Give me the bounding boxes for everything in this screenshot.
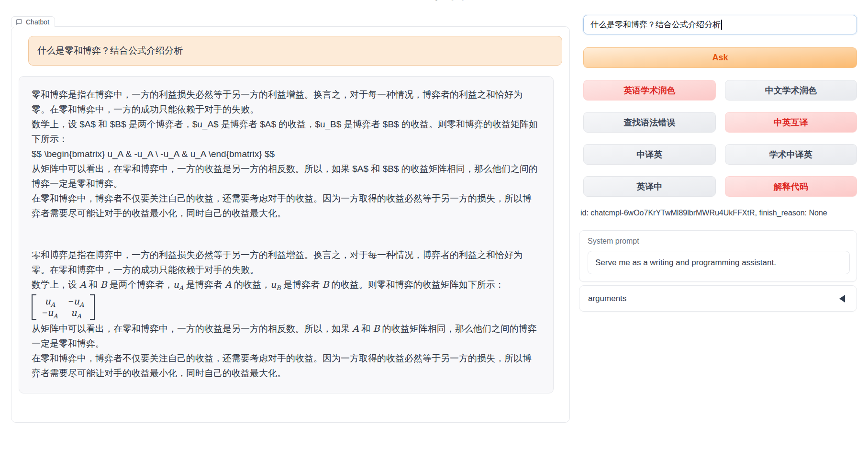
system-prompt-label: System prompt [588, 237, 850, 246]
ask-button[interactable]: Ask [583, 47, 857, 68]
chatbot-label-text: Chatbot [26, 18, 49, 26]
quick-button[interactable]: 中文学术润色 [725, 80, 857, 101]
inline-math: B [322, 279, 329, 290]
matrix-cell: uA [42, 296, 58, 307]
inline-math: uB [270, 279, 281, 290]
system-prompt-value: Serve me as a writing and programming as… [595, 258, 776, 268]
user-message-bubble: 什么是零和博弈？结合公式介绍分析 [28, 36, 562, 66]
page-title: ChatGPT 学术优化 [366, 0, 489, 3]
arguments-accordion[interactable]: arguments [579, 285, 857, 312]
quick-button[interactable]: 解释代码 [725, 176, 857, 197]
quick-button[interactable]: 中英互译 [725, 112, 857, 133]
arguments-accordion-label: arguments [588, 294, 626, 303]
status-line: id: chatcmpl-6wOo7KrYTwMl89lbrMWRu4UkFFX… [580, 209, 857, 218]
quick-buttons-grid: 英语学术润色中文学术润色查找语法错误中英互译中译英学术中译英英译中解释代码 [583, 80, 857, 197]
text-cursor [721, 20, 722, 30]
user-message-text: 什么是零和博弈？结合公式介绍分析 [37, 45, 183, 57]
inline-math: A [79, 279, 86, 290]
inline-math: B [100, 279, 107, 290]
chatbot-label: Chatbot [11, 16, 55, 27]
matrix-cell: −uA [42, 307, 58, 318]
quick-button[interactable]: 英语学术润色 [583, 80, 716, 101]
question-input-value: 什么是零和博弈？结合公式介绍分析 [590, 19, 721, 30]
system-prompt-box: System prompt Serve me as a writing and … [579, 230, 857, 282]
bot-rendered-para-3: 从矩阵中可以看出，在零和博弈中，一方的收益是另一方的相反数。所以，如果 A 和 … [32, 321, 539, 351]
quick-button[interactable]: 学术中译英 [725, 144, 857, 165]
user-message-row: 什么是零和博弈？结合公式介绍分析 [28, 36, 562, 66]
bot-rendered-para-1: 零和博弈是指在博弈中，一方的利益损失必然等于另一方的利益增益。换言之，对于每一种… [32, 247, 539, 277]
inline-math: A [225, 279, 232, 290]
matrix-cell: uA [68, 307, 84, 318]
bot-rendered-matrix: uA−uA−uAuA [32, 292, 539, 321]
chatbot-panel[interactable]: Chatbot 什么是零和博弈？结合公式介绍分析 零和博弈是指在博弈中，一方的利… [11, 26, 570, 423]
bot-rendered-para-4: 在零和博弈中，博弈者不仅要关注自己的收益，还需要考虑对手的收益。因为一方取得的收… [32, 351, 539, 381]
bot-message-bubble: 零和博弈是指在博弈中，一方的利益损失必然等于另一方的利益增益。换言之，对于每一种… [19, 76, 554, 393]
bot-raw-para-1: 零和博弈是指在博弈中，一方的利益损失必然等于另一方的利益增益。换言之，对于每一种… [32, 87, 539, 117]
bot-raw-para-2: 数学上，设 $A$ 和 $B$ 是两个博弈者，$u_A$ 是博弈者 $A$ 的收… [32, 117, 539, 146]
chat-bubble-icon [16, 19, 22, 25]
message-block-gap [32, 221, 539, 247]
quick-button[interactable]: 中译英 [583, 144, 716, 165]
inline-math: A [352, 323, 359, 334]
quick-button[interactable]: 查找语法错误 [583, 112, 716, 133]
system-prompt-input[interactable]: Serve me as a writing and programming as… [588, 251, 850, 274]
matrix-left-bracket [32, 294, 36, 320]
bot-raw-para-4: 在零和博弈中，博弈者不仅要关注自己的收益，还需要考虑对手的收益。因为一方取得的收… [32, 191, 539, 221]
question-input[interactable]: 什么是零和博弈？结合公式介绍分析 [583, 15, 857, 34]
quick-button[interactable]: 英译中 [583, 176, 716, 197]
inline-math: uA [173, 279, 184, 290]
matrix-cell: −uA [68, 296, 84, 307]
bot-message-row: 零和博弈是指在博弈中，一方的利益损失必然等于另一方的利益增益。换言之，对于每一种… [19, 76, 554, 393]
bot-raw-formula: $$ \begin{bmatrix} u_A & -u_A \ -u_A & u… [32, 146, 539, 161]
matrix-right-bracket [90, 294, 95, 320]
inline-math: B [373, 323, 380, 334]
bot-rendered-para-2: 数学上，设 A 和 B 是两个博弈者，uA 是博弈者 A 的收益，uB 是博弈者… [32, 277, 539, 292]
bot-raw-para-3: 从矩阵中可以看出，在零和博弈中，一方的收益是另一方的相反数。所以，如果 $A$ … [32, 161, 539, 191]
control-column: 什么是零和博弈？结合公式介绍分析 Ask 英语学术润色中文学术润色查找语法错误中… [579, 15, 857, 312]
accordion-collapsed-triangle-icon[interactable] [839, 295, 845, 303]
